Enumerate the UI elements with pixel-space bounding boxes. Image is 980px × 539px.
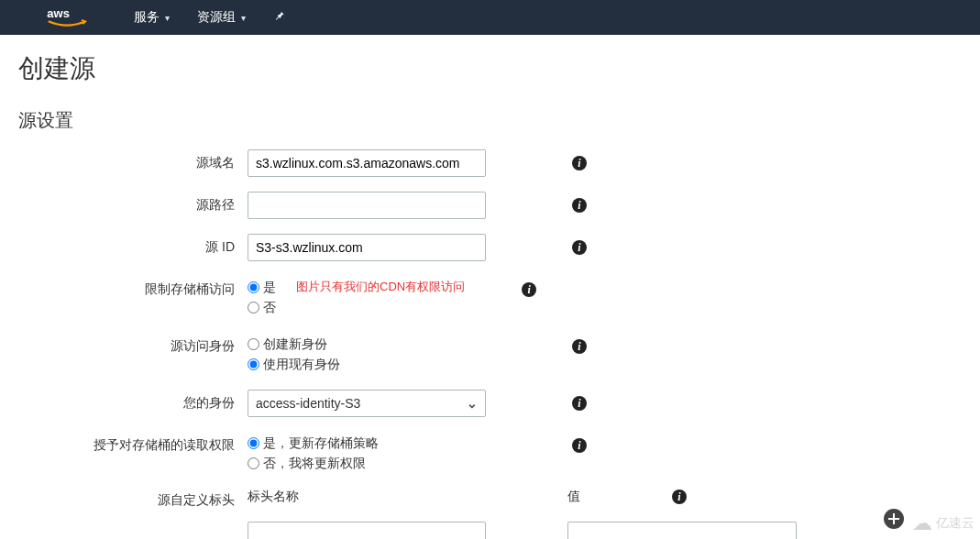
- label-grant-read: 授予对存储桶的读取权限: [18, 432, 248, 454]
- nav-services[interactable]: 服务 ▾: [134, 9, 170, 26]
- origin-settings-form: 源域名 i 源路径 i 源 ID i 限制存储桶访问: [18, 149, 962, 539]
- top-navbar: aws 服务 ▾ 资源组 ▾: [0, 0, 980, 35]
- header-name-input[interactable]: [248, 522, 486, 539]
- info-icon[interactable]: i: [572, 156, 587, 170]
- nav-resource-groups-label: 资源组: [197, 9, 236, 26]
- info-icon[interactable]: i: [672, 490, 687, 504]
- page-title: 创建源: [18, 51, 962, 86]
- grant-yes-radio[interactable]: [248, 437, 259, 449]
- origin-domain-input[interactable]: [248, 149, 486, 177]
- add-header-button[interactable]: [884, 509, 904, 529]
- origin-id-input[interactable]: [248, 234, 486, 261]
- label-origin-access-identity: 源访问身份: [18, 333, 248, 355]
- restrict-no-radio[interactable]: [248, 302, 259, 314]
- info-icon[interactable]: i: [572, 198, 587, 213]
- info-icon[interactable]: i: [572, 438, 587, 453]
- label-origin-domain: 源域名: [18, 149, 248, 171]
- label-origin-path: 源路径: [18, 192, 248, 214]
- aws-logo[interactable]: aws: [46, 6, 88, 29]
- section-title: 源设置: [18, 108, 962, 133]
- oai-create-label: 创建新身份: [263, 335, 327, 353]
- info-icon[interactable]: i: [572, 240, 587, 255]
- label-restrict-bucket: 限制存储桶访问: [18, 276, 248, 298]
- grant-no-label: 否，我将更新权限: [263, 454, 366, 472]
- info-icon[interactable]: i: [522, 282, 536, 297]
- restrict-yes-label: 是: [263, 278, 276, 296]
- chevron-down-icon: ▾: [165, 13, 170, 23]
- header-value-input[interactable]: [567, 522, 797, 539]
- label-origin-id: 源 ID: [18, 234, 248, 256]
- origin-path-input[interactable]: [248, 192, 486, 219]
- nav-resource-groups[interactable]: 资源组 ▾: [197, 9, 246, 26]
- restrict-note: 图片只有我们的CDN有权限访问: [296, 278, 465, 296]
- identity-select[interactable]: access-identity-S3 ⌄: [248, 390, 486, 417]
- pin-icon[interactable]: [273, 9, 286, 26]
- info-icon[interactable]: i: [572, 396, 587, 411]
- restrict-yes-radio[interactable]: [248, 281, 259, 293]
- info-icon[interactable]: i: [572, 339, 587, 354]
- restrict-no-label: 否: [263, 298, 276, 316]
- chevron-down-icon: ▾: [241, 13, 246, 23]
- header-name-label: 标头名称: [248, 489, 490, 505]
- identity-select-value: access-identity-S3: [256, 396, 360, 411]
- oai-create-radio[interactable]: [248, 338, 259, 350]
- chevron-down-icon: ⌄: [467, 396, 478, 411]
- page-body: 创建源 源设置 源域名 i 源路径 i 源 ID i: [0, 35, 980, 539]
- oai-existing-label: 使用现有身份: [263, 355, 340, 373]
- nav-services-label: 服务: [134, 9, 160, 26]
- label-custom-headers: 源自定义标头: [18, 489, 248, 509]
- grant-yes-label: 是，更新存储桶策略: [263, 434, 379, 452]
- svg-text:aws: aws: [47, 6, 70, 20]
- oai-existing-radio[interactable]: [248, 358, 259, 370]
- header-value-label: 值: [567, 489, 580, 505]
- label-your-identity: 您的身份: [18, 390, 248, 412]
- grant-no-radio[interactable]: [248, 457, 259, 469]
